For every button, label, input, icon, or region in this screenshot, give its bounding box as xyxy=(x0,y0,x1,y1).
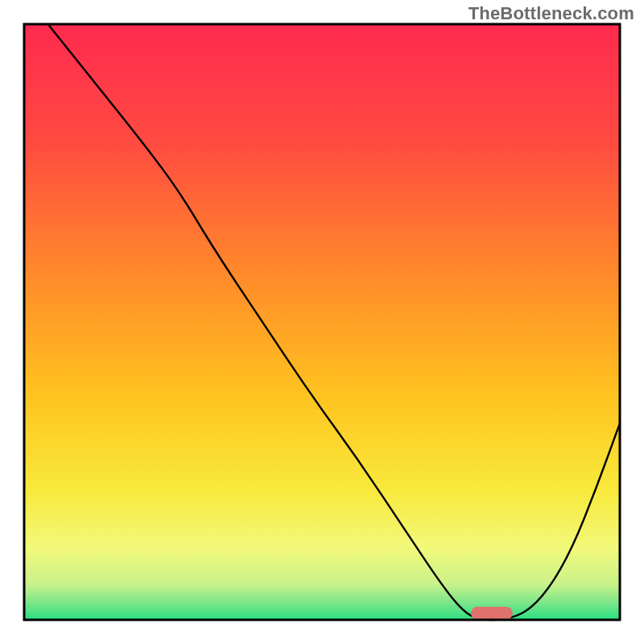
watermark-text: TheBottleneck.com xyxy=(469,3,634,24)
chart-container: { "watermark": "TheBottleneck.com", "cha… xyxy=(0,0,644,644)
plot-background xyxy=(24,24,620,620)
bottleneck-chart xyxy=(0,0,644,644)
optimal-marker xyxy=(471,607,513,620)
